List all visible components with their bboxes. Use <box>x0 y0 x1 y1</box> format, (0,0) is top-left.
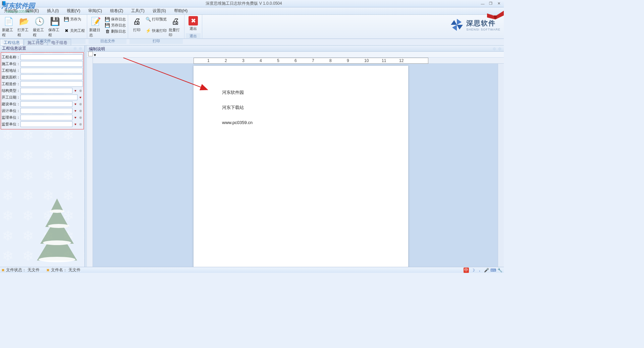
file-name-label: 文件名： <box>51 267 67 273</box>
menu-view[interactable]: 视图(V) <box>63 8 84 14</box>
menu-review[interactable]: 审阅(C) <box>84 8 106 14</box>
save-log-button[interactable]: 💾保存日志 <box>104 16 126 22</box>
form-label: 工程地址： <box>2 68 20 73</box>
favorite-icon[interactable]: ♥ <box>73 115 78 120</box>
form-row-10: 监督单位：♥⊗ <box>2 121 83 127</box>
quick-print-icon: ⚡ <box>146 28 151 33</box>
close-project-button[interactable]: ✖关闭工程 <box>63 27 86 34</box>
doc-line-1: 河东软件园 <box>222 89 380 96</box>
form-input-2[interactable] <box>20 68 83 73</box>
form-input-5[interactable] <box>20 88 72 94</box>
ruler-mark: 9 <box>347 58 349 63</box>
favorite-icon[interactable]: ♥ <box>73 102 78 106</box>
clear-icon[interactable]: ⊗ <box>78 88 83 93</box>
form-input-0[interactable] <box>20 54 83 60</box>
logo-subtext: SHENSI SOFTWARE <box>466 28 500 31</box>
save-log-as-label: 另存日志 <box>111 23 126 28</box>
clear-icon[interactable]: ⊗ <box>78 122 83 126</box>
file-state-icon: ✖ <box>1 268 5 273</box>
close-project-label: 关闭工程 <box>70 28 85 33</box>
save-as-label: 另存为 <box>70 17 81 22</box>
batch-print-button[interactable]: 🖨批量打印 <box>168 15 183 38</box>
group-label-exit: 退出 <box>186 33 201 39</box>
tray-settings-icon[interactable]: 🔧 <box>497 268 502 273</box>
svg-point-1 <box>48 224 69 228</box>
save-log-icon: 💾 <box>105 16 110 22</box>
clear-icon[interactable]: ⊗ <box>78 102 83 106</box>
form-input-7[interactable] <box>20 101 72 107</box>
form-input-4[interactable] <box>20 81 83 87</box>
ruler-mark: 5 <box>277 58 279 63</box>
tray-mic-icon[interactable]: 🎤 <box>484 268 489 273</box>
file-state-value: 无文件 <box>28 267 40 273</box>
form-input-10[interactable] <box>20 121 72 127</box>
recent-project-button[interactable]: 🕓最近工程 <box>32 15 47 38</box>
minimize-button[interactable]: — <box>479 1 486 6</box>
document-viewport[interactable]: 河东软件园 河东下载站 www.pc0359.cn <box>93 64 498 267</box>
group-label-project: 工程文件 <box>1 38 86 44</box>
maximize-button[interactable]: ❐ <box>487 1 494 6</box>
vertical-ruler <box>87 58 93 267</box>
ruler-mark: 12 <box>399 58 404 63</box>
save-project-button[interactable]: 💾保存工程 <box>48 15 62 38</box>
form-input-6[interactable] <box>20 95 77 100</box>
tray-moon-icon[interactable]: ☽ <box>470 268 476 273</box>
svg-point-3 <box>39 257 75 262</box>
form-label: 建筑面积： <box>2 75 20 80</box>
form-input-8[interactable] <box>20 108 72 114</box>
save-icon: 💾 <box>50 16 60 27</box>
save-log-as-icon: 💾 <box>105 22 110 28</box>
menu-insert[interactable]: 插入(I) <box>43 8 63 14</box>
favorite-icon[interactable]: ♥ <box>73 88 78 93</box>
ime-indicator[interactable]: 中 <box>464 268 469 273</box>
format-dropdown-icon[interactable] <box>88 52 93 56</box>
open-project-button[interactable]: 📂打开工程 <box>17 15 32 38</box>
document-page[interactable]: 河东软件园 河东下载站 www.pc0359.cn <box>194 66 408 267</box>
recent-icon: 🕓 <box>34 16 45 27</box>
ribbon-toolbar: 📄新建工程 📂打开工程 🕓最近工程 💾保存工程 💾另存为 ✖关闭工程 工程文件 … <box>0 15 504 39</box>
clear-icon[interactable]: ⊗ <box>78 115 83 120</box>
form-input-3[interactable] <box>20 74 83 80</box>
preview-icon: 🔍 <box>146 16 151 22</box>
ruler-mark: 1 <box>207 58 210 63</box>
menu-settings[interactable]: 设置(S) <box>149 8 170 14</box>
exit-button[interactable]: ✖退出 <box>186 15 201 32</box>
tray-comma-icon[interactable]: ， <box>477 268 482 273</box>
ribbon-group-print: 🖨打印 🔍打印预览 ⚡快速打印 🖨批量打印 打印 <box>128 15 184 39</box>
form-label: 开工日期： <box>2 95 20 100</box>
form-label: 工程名称： <box>2 55 20 60</box>
status-bar: ✖ 文件状态： 无文件 ✖ 文件名： 无文件 中 ☽ ， 🎤 ⌨ 🔧 <box>0 267 504 273</box>
new-project-button[interactable]: 📄新建工程 <box>1 15 16 38</box>
menu-group[interactable]: 组卷(Z) <box>106 8 127 14</box>
quick-print-label: 快速打印 <box>152 28 167 33</box>
favorite-icon[interactable]: ♥ <box>73 122 78 126</box>
vertical-scrollbar[interactable] <box>498 64 504 267</box>
save-as-button[interactable]: 💾另存为 <box>63 16 86 22</box>
print-preview-button[interactable]: 🔍打印预览 <box>145 16 167 22</box>
new-log-button[interactable]: 📝新建日志 <box>89 15 103 38</box>
print-button[interactable]: 🖨打印 <box>129 15 144 33</box>
date-picker-icon[interactable]: ♥ <box>78 95 83 100</box>
clear-icon[interactable]: ⊗ <box>78 108 83 113</box>
svg-point-0 <box>50 210 64 213</box>
form-input-1[interactable] <box>20 61 83 67</box>
form-row-2: 工程地址： <box>2 67 83 73</box>
quick-print-button[interactable]: ⚡快速打印 <box>145 27 167 34</box>
delete-log-button[interactable]: 🗑删除日志 <box>104 28 126 34</box>
save-project-label: 保存工程 <box>48 27 62 38</box>
exit-label: 退出 <box>190 26 197 31</box>
format-toolbar[interactable]: ▾ <box>87 52 504 58</box>
form-row-9: 监理单位：♥⊗ <box>2 114 83 120</box>
form-label: 结构类型： <box>2 88 20 93</box>
editor-header: 编制说明 ❄ ❄ <box>87 46 504 52</box>
form-row-7: 建设单位：♥⊗ <box>2 101 83 107</box>
window-title: 深度思维施工日志软件免费版 V 1.0.0.0504 <box>9 1 479 6</box>
save-log-as-button[interactable]: 💾另存日志 <box>104 22 126 28</box>
favorite-icon[interactable]: ♥ <box>73 108 78 113</box>
close-button[interactable]: ✕ <box>495 1 502 6</box>
menu-tools[interactable]: 工具(T) <box>127 8 148 14</box>
menu-help[interactable]: 帮助(H) <box>170 8 192 14</box>
tray-keyboard-icon[interactable]: ⌨ <box>490 268 496 273</box>
form-input-9[interactable] <box>20 115 72 120</box>
form-row-4: 工程造价： <box>2 81 83 87</box>
